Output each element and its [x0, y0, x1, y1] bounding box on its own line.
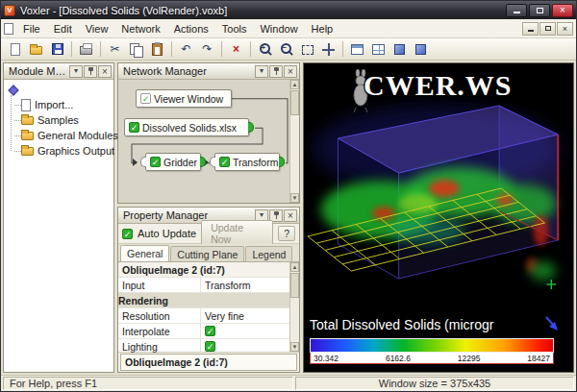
scroll-down-icon[interactable]: ▼	[290, 342, 299, 352]
property-section-rendering[interactable]: Rendering	[118, 293, 289, 308]
maximize-button[interactable]	[529, 4, 550, 17]
menu-help[interactable]: Help	[305, 21, 340, 37]
pan-button[interactable]	[318, 40, 339, 59]
network-cube-icon	[415, 44, 426, 55]
network-scrollbar[interactable]: ▲ ▼	[289, 80, 299, 203]
input-port-icon[interactable]	[210, 157, 215, 167]
import-icon	[21, 99, 31, 111]
node-label: Viewer Window	[154, 93, 223, 105]
zoom-out-button[interactable]: −	[276, 40, 296, 59]
folder-icon	[21, 147, 34, 156]
maximize-icon	[537, 8, 543, 13]
network-canvas[interactable]: Viewer Window Dissolved Solids.xlsx Grid…	[118, 80, 289, 203]
scroll-down-icon[interactable]: ▼	[290, 193, 299, 203]
scrollbar-track[interactable]	[290, 272, 299, 342]
folder-icon	[21, 132, 34, 140]
print-icon	[80, 46, 92, 55]
paste-button[interactable]	[147, 40, 167, 59]
save-button[interactable]	[47, 40, 67, 59]
node-transform[interactable]: Transform	[214, 153, 280, 171]
scrollbar-track[interactable]	[290, 89, 299, 193]
print-button[interactable]	[76, 40, 96, 59]
module-manager-panel: Module Manager Import... Samples	[3, 62, 114, 373]
module-manager-header: Module Manager	[4, 63, 113, 80]
undo-button[interactable]: ↶	[176, 40, 196, 59]
node-viewer-window[interactable]: Viewer Window	[136, 89, 232, 108]
copy-button[interactable]	[126, 40, 146, 59]
toolbar-separator	[71, 41, 72, 57]
input-port-icon[interactable]	[140, 157, 146, 167]
minimize-button[interactable]	[506, 4, 527, 17]
colorbar-label: 18427	[527, 354, 550, 363]
module-button[interactable]	[389, 40, 410, 59]
scrollbar-thumb[interactable]	[290, 90, 299, 115]
delete-button[interactable]: ×	[226, 40, 246, 59]
new-button[interactable]	[5, 40, 25, 59]
mdi-restore-button[interactable]	[539, 22, 556, 36]
sidebar-item-graphics-output[interactable]: Graphics Output	[8, 143, 112, 159]
sidebar-item-general-modules[interactable]: General Modules	[8, 128, 112, 143]
viewer-window-button[interactable]	[347, 40, 367, 59]
menu-window[interactable]: Window	[253, 21, 304, 37]
tree-root[interactable]	[8, 84, 112, 97]
menu-network[interactable]: Network	[114, 21, 166, 37]
sidebar-item-samples[interactable]: Samples	[8, 112, 112, 128]
titlebar: Voxler - [Dissolved Solids (VolRender).v…	[1, 1, 576, 19]
tab-legend[interactable]: Legend	[245, 246, 292, 261]
close-button[interactable]	[552, 4, 573, 17]
property-scrollbar[interactable]: ▲ ▼	[289, 262, 299, 352]
checkbox-icon[interactable]	[140, 93, 151, 104]
menu-view[interactable]: View	[79, 21, 115, 37]
node-dissolved-solids[interactable]: Dissolved Solids.xlsx	[124, 118, 249, 136]
mdi-minimize-button[interactable]	[522, 22, 539, 36]
property-group-header[interactable]: ObliqueImage 2 (id:7)	[118, 262, 289, 278]
legend-title: Total Dissolved Solids (microgr	[310, 317, 554, 332]
redo-button[interactable]: ↷	[197, 40, 217, 59]
update-now-button[interactable]: Update Now	[201, 220, 273, 247]
scrollbar-thumb[interactable]	[290, 273, 299, 298]
cut-button[interactable]: ✂	[105, 40, 125, 59]
tree-root-icon	[8, 85, 18, 95]
menu-actions[interactable]: Actions	[167, 21, 215, 37]
tab-cutting-plane[interactable]: Cutting Plane	[170, 246, 244, 261]
panel-close-button[interactable]	[284, 209, 297, 222]
window-title: Voxler - [Dissolved Solids (VolRender).v…	[15, 5, 504, 16]
auto-update-checkbox[interactable]	[122, 229, 133, 239]
tab-general[interactable]: General	[120, 245, 169, 261]
node-gridder[interactable]: Gridder	[145, 153, 201, 171]
property-manager-panel: Property Manager Auto Update Update Now …	[117, 207, 300, 373]
network-button[interactable]	[411, 40, 431, 59]
open-folder-icon	[30, 46, 42, 55]
status-bar: For Help, press F1 Window size = 375x435	[1, 375, 576, 391]
help-button[interactable]: ?	[278, 226, 295, 241]
menu-edit[interactable]: Edit	[47, 21, 79, 37]
pin-icon[interactable]	[84, 65, 97, 78]
panel-menu-button[interactable]	[69, 65, 83, 78]
colorbar-labels: 30.342 6162.6 12295 18427	[310, 353, 554, 364]
zoom-in-button[interactable]: +	[255, 40, 275, 59]
checkbox-icon[interactable]	[129, 122, 139, 133]
status-help-text: For Help, press F1	[3, 377, 293, 390]
checkbox-icon[interactable]	[150, 157, 161, 167]
sidebar-item-import[interactable]: Import...	[8, 97, 112, 112]
grid-view-button[interactable]	[368, 40, 389, 59]
zoom-box-button[interactable]	[297, 40, 317, 59]
checkbox-icon[interactable]	[219, 157, 230, 167]
menu-tools[interactable]: Tools	[215, 21, 254, 37]
pin-icon[interactable]	[269, 65, 283, 78]
panel-menu-button[interactable]	[255, 65, 268, 78]
panel-close-button[interactable]	[98, 65, 112, 78]
mdi-close-button[interactable]	[557, 22, 573, 36]
open-button[interactable]	[26, 40, 46, 59]
menu-file[interactable]: File	[16, 21, 47, 37]
network-manager-panel: Network Manager	[117, 62, 300, 204]
panel-close-button[interactable]	[284, 65, 297, 78]
scroll-up-icon[interactable]: ▲	[290, 262, 299, 272]
lighting-checkbox[interactable]	[205, 341, 215, 352]
network-manager-title: Network Manager	[123, 65, 254, 77]
viewer-window-icon	[351, 44, 364, 55]
module-tree: Import... Samples General Modules Graphi…	[4, 80, 113, 372]
interpolate-checkbox[interactable]	[205, 326, 215, 336]
scroll-up-icon[interactable]: ▲	[290, 80, 299, 89]
viewer-3d-canvas[interactable]: CWER.WS Total Dissolved Solids (microgr …	[303, 62, 574, 373]
